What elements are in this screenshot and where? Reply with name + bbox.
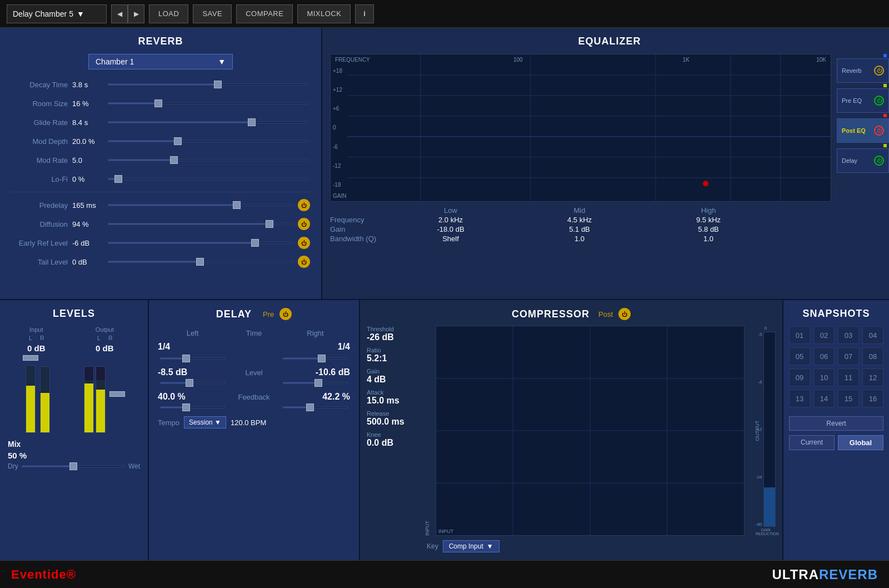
modrate-value: 5.0	[72, 156, 106, 165]
snapshot-07[interactable]: 07	[838, 347, 859, 365]
snapshot-15[interactable]: 15	[838, 390, 859, 407]
delay-right-feedback: 42.2 %	[281, 392, 350, 402]
reverb-type-selector[interactable]: Chamber 1 ▼	[88, 54, 233, 69]
snapshot-06[interactable]: 06	[813, 347, 835, 365]
delay-level-sliders	[158, 382, 350, 384]
tempo-mode-select[interactable]: Session ▼	[184, 416, 226, 428]
mix-slider[interactable]	[22, 465, 125, 467]
eq-btn-delay[interactable]: Delay ⏻	[837, 148, 889, 173]
delay-right-feedback-slider[interactable]	[283, 406, 348, 408]
eq-posteq-label: Post EQ	[842, 127, 866, 134]
revert-button[interactable]: Revert	[789, 416, 883, 431]
lofi-slider[interactable]	[108, 178, 308, 180]
eq-power-reverb[interactable]: ⏻	[874, 66, 884, 76]
earlyref-slider[interactable]	[108, 242, 292, 244]
snapshot-03[interactable]: 03	[838, 326, 859, 344]
snapshot-04[interactable]: 04	[862, 326, 883, 344]
taillevel-label: Tail Level	[11, 258, 72, 266]
diffusion-slider[interactable]	[108, 223, 292, 225]
eq-reverb-label: Reverb	[842, 67, 861, 74]
preset-dropdown-icon: ▼	[77, 9, 84, 18]
predelay-slider[interactable]	[108, 204, 292, 206]
input-fader[interactable]	[23, 355, 38, 361]
next-preset-button[interactable]: ▶	[128, 4, 144, 23]
delay-right-level-slider[interactable]	[283, 382, 348, 384]
load-button[interactable]: LOAD	[149, 4, 188, 23]
snapshot-08[interactable]: 08	[862, 347, 883, 365]
snapshot-01[interactable]: 01	[789, 326, 810, 344]
output-fader[interactable]	[109, 391, 125, 397]
snapshots-grid: 01 02 03 04 05 06 07 08 09 10 11 12 13 1…	[789, 326, 883, 407]
bottom-panels-row: LEVELS Input L R 0 dB	[0, 300, 889, 560]
comp-post-power[interactable]: ⏻	[618, 308, 631, 320]
gain-axis-label: GAIN	[333, 193, 346, 199]
eq-control-point[interactable]	[703, 181, 708, 186]
eq-row-gain-label: Gain	[330, 225, 386, 233]
comp-post-section: Post ⏻	[598, 308, 631, 320]
gliderate-slider[interactable]	[108, 121, 308, 123]
eq-btn-posteq[interactable]: Post EQ ⏻	[837, 118, 889, 143]
modrate-slider[interactable]	[108, 159, 308, 161]
delay-left-feedback-slider[interactable]	[160, 406, 225, 408]
delay-header: DELAY Pre ⏻	[158, 308, 350, 320]
snapshot-14[interactable]: 14	[813, 390, 835, 407]
snapshot-05[interactable]: 05	[789, 347, 810, 365]
delay-left-level-slider[interactable]	[160, 382, 225, 384]
eq-power-preeq[interactable]: ⏻	[874, 96, 884, 106]
taillevel-power[interactable]: ⏻	[298, 256, 310, 268]
eq-btn-preeq[interactable]: Pre EQ ⏻	[837, 88, 889, 113]
comp-ratio-value: 5.2:1	[367, 353, 422, 363]
snapshot-12[interactable]: 12	[862, 368, 883, 386]
delay-left-feedback: 40.0 %	[158, 392, 227, 402]
comp-gr-label-1: -6	[756, 380, 762, 385]
comp-gain-value: 4 dB	[367, 375, 422, 385]
snapshot-09[interactable]: 09	[789, 368, 810, 386]
delay-time-label: Time	[232, 329, 276, 337]
snapshot-11[interactable]: 11	[838, 368, 859, 386]
snapshot-10[interactable]: 10	[813, 368, 835, 386]
diffusion-value: 94 %	[72, 220, 106, 228]
compare-button[interactable]: COMPARE	[236, 4, 293, 23]
taillevel-slider[interactable]	[108, 261, 292, 263]
preset-selector[interactable]: Delay Chamber 5 ▼	[7, 4, 107, 23]
wet-label: Wet	[128, 462, 140, 470]
comp-release-value: 500.0 ms	[367, 417, 422, 427]
info-button[interactable]: i	[355, 4, 374, 23]
mix-thumb[interactable]	[69, 462, 77, 470]
delay-time-values: 1/4 1/4	[158, 342, 350, 352]
comp-gr-label-0: -3	[756, 332, 762, 337]
eq-graph[interactable]: FREQUENCY 100 1K 10K +18 +12 +6 0 -6	[330, 54, 831, 202]
comp-input-label-area: INPUT	[427, 326, 433, 536]
delay-right-time-slider[interactable]	[283, 357, 348, 360]
mixlock-button[interactable]: MIXLOCK	[297, 4, 351, 23]
comp-threshold-label: Threshold	[367, 326, 422, 332]
earlyref-power[interactable]: ⏻	[298, 237, 310, 249]
eq-power-delay[interactable]: ⏻	[874, 156, 884, 166]
snapshot-13[interactable]: 13	[789, 390, 810, 407]
current-button[interactable]: Current	[789, 435, 835, 450]
global-button[interactable]: Global	[838, 435, 883, 450]
moddepth-slider[interactable]	[108, 140, 308, 142]
input-level-group: Input L R 0 dB	[23, 326, 50, 433]
roomsize-slider[interactable]	[108, 102, 308, 104]
prev-preset-button[interactable]: ◀	[111, 4, 128, 23]
save-button[interactable]: SAVE	[193, 4, 232, 23]
comp-gr-label-2: -12	[756, 427, 762, 432]
comp-gain-reduction-area: 0 -3 -6 -12 -24 -60	[756, 326, 776, 536]
diffusion-power[interactable]: ⏻	[298, 218, 310, 230]
comp-graph[interactable]: INPUT	[436, 326, 745, 536]
delay-pre-label: Pre	[263, 310, 274, 318]
comp-key-select[interactable]: Comp Input ▼	[443, 540, 500, 552]
eq-power-posteq[interactable]: ⏻	[874, 126, 884, 136]
comp-attack-param: Attack 15.0 ms	[367, 389, 422, 406]
eq-bw-low: Shelf	[387, 235, 515, 243]
snapshot-02[interactable]: 02	[813, 326, 835, 344]
decay-slider[interactable]	[108, 83, 308, 86]
eq-btn-reverb[interactable]: Reverb ⏻	[837, 58, 889, 83]
ultra-text: ULTRA	[772, 567, 819, 582]
preset-nav: ◀ ▶	[111, 4, 144, 23]
snapshot-16[interactable]: 16	[862, 390, 883, 407]
predelay-power[interactable]: ⏻	[298, 199, 310, 211]
delay-pre-power[interactable]: ⏻	[279, 308, 292, 320]
delay-left-time-slider[interactable]	[160, 357, 225, 360]
